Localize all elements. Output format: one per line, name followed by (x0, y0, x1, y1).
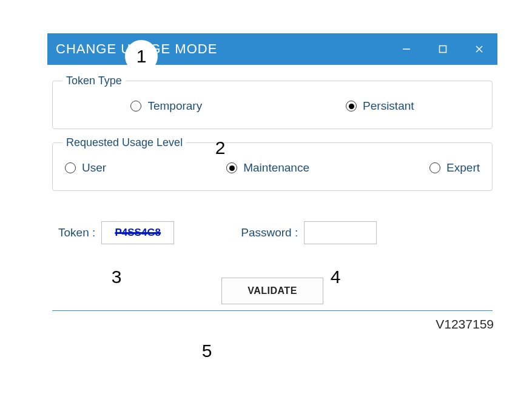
minimize-button[interactable] (388, 33, 425, 65)
radio-label: Persistant (363, 99, 414, 113)
separator-line (52, 310, 493, 311)
token-input[interactable] (101, 221, 174, 244)
annotation-4: 4 (319, 261, 352, 293)
token-type-group: Token Type Temporary Persistant (52, 75, 493, 129)
annotation-1: 1 (125, 40, 158, 73)
radio-icon (346, 101, 357, 112)
close-icon (475, 45, 483, 53)
maximize-icon (439, 45, 447, 53)
password-label: Password : (241, 226, 298, 239)
svg-rect-1 (440, 46, 446, 53)
token-label: Token : (58, 226, 95, 239)
radio-user[interactable]: User (65, 161, 106, 175)
annotation-2: 2 (204, 132, 237, 164)
annotation-5: 5 (190, 335, 223, 367)
usage-level-group: Requested Usage Level User Maintenance E… (52, 136, 493, 191)
usage-level-legend: Requested Usage Level (62, 136, 186, 149)
radio-label: Maintenance (243, 161, 309, 175)
password-field-group: Password : (241, 221, 377, 244)
close-button[interactable] (461, 33, 497, 65)
footer-code: V1237159 (436, 317, 494, 332)
radio-icon (226, 162, 237, 173)
token-type-legend: Token Type (62, 75, 126, 87)
inputs-row: Token : Password : (52, 221, 493, 244)
validate-button[interactable]: VALIDATE (221, 278, 323, 304)
minimize-icon (402, 45, 411, 53)
radio-label: Expert (446, 161, 480, 175)
radio-expert[interactable]: Expert (429, 161, 480, 175)
radio-label: User (82, 161, 106, 175)
radio-icon (130, 101, 141, 112)
annotation-3: 3 (100, 261, 133, 293)
radio-maintenance[interactable]: Maintenance (226, 161, 309, 175)
radio-icon (429, 162, 440, 173)
token-type-options: Temporary Persistant (59, 99, 486, 113)
radio-temporary[interactable]: Temporary (130, 99, 202, 113)
usage-level-options: User Maintenance Expert (59, 161, 486, 175)
token-field-group: Token : (58, 221, 174, 244)
password-input[interactable] (304, 221, 377, 244)
window-controls (388, 33, 497, 65)
radio-icon (65, 162, 76, 173)
radio-persistant[interactable]: Persistant (346, 99, 414, 113)
titlebar: CHANGE USAGE MODE (47, 33, 497, 65)
maximize-button[interactable] (425, 33, 461, 65)
radio-label: Temporary (147, 99, 202, 113)
